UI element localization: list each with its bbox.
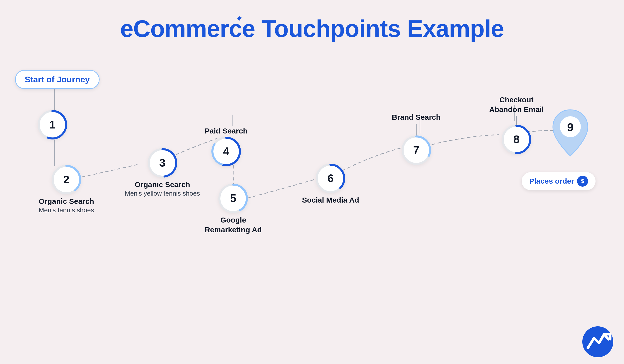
node-2-label: Organic Search Men's tennis shoes bbox=[39, 196, 94, 215]
node-7: Brand Search 7 bbox=[392, 112, 441, 164]
node-6: 6 Social Media Ad bbox=[302, 165, 359, 205]
main-title: eCommerce Touchpoints Example bbox=[0, 15, 624, 42]
node-3: 3 Organic Search Men's yellow tennis sho… bbox=[125, 149, 200, 198]
node-8: Checkout Abandon Email 8 bbox=[489, 95, 544, 153]
node-circle-5: 5 bbox=[219, 185, 247, 212]
node-7-label-above: Brand Search bbox=[392, 112, 441, 122]
start-badge: Start of Journey bbox=[15, 70, 100, 89]
dollar-icon: $ bbox=[577, 176, 588, 187]
location-pin: 9 bbox=[549, 107, 592, 157]
node-circle-1: 1 bbox=[39, 111, 66, 138]
node-3-label: Organic Search Men's yellow tennis shoes bbox=[125, 180, 200, 198]
node-8-label-above-2: Abandon Email bbox=[489, 105, 544, 114]
node-circle-8: 8 bbox=[503, 126, 530, 153]
logo-watermark bbox=[582, 326, 614, 359]
node-6-label: Social Media Ad bbox=[302, 195, 359, 205]
node-8-label-above-1: Checkout bbox=[489, 95, 544, 105]
node-2: 2 Organic Search Men's tennis shoes bbox=[39, 166, 94, 215]
svg-text:9: 9 bbox=[567, 121, 574, 134]
title-area: ✦ eCommerce Touchpoints Example bbox=[0, 0, 624, 42]
node-5: 5 Google Remarketing Ad bbox=[205, 185, 262, 235]
node-4-label-above: Paid Search bbox=[205, 126, 248, 136]
node-4: Paid Search 4 bbox=[205, 126, 248, 165]
node-circle-4: 4 bbox=[212, 138, 240, 165]
node-9: 9 bbox=[549, 107, 592, 157]
node-1: 1 bbox=[39, 111, 66, 138]
node-circle-3: 3 bbox=[149, 149, 176, 177]
places-order-badge: Places order $ bbox=[522, 172, 596, 190]
node-circle-7: 7 bbox=[403, 136, 430, 164]
diagram-area: .dashed { stroke: #9ca3af; stroke-width:… bbox=[0, 55, 624, 364]
node-circle-6: 6 bbox=[317, 165, 344, 192]
node-5-label: Google Remarketing Ad bbox=[205, 215, 262, 235]
node-circle-2: 2 bbox=[53, 166, 80, 193]
